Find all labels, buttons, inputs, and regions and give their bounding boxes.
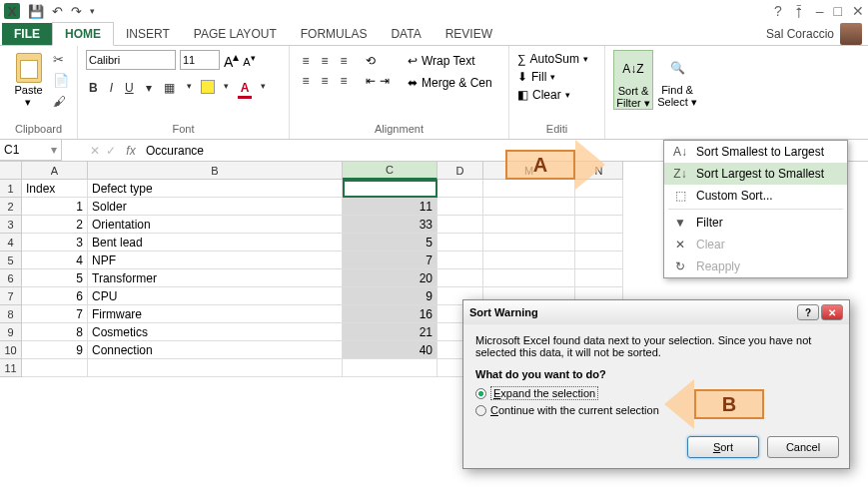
cell[interactable]: Connection <box>88 341 343 359</box>
cell[interactable] <box>483 198 575 216</box>
bold-button[interactable]: B <box>86 80 101 99</box>
cell[interactable] <box>88 359 343 377</box>
tab-review[interactable]: REVIEW <box>434 23 504 45</box>
decrease-indent-icon[interactable]: ⇤ <box>366 74 376 88</box>
orientation-icon[interactable]: ⟲ <box>366 54 390 68</box>
wrap-text-button[interactable]: ↩ Wrap Text <box>408 54 492 68</box>
vertical-align[interactable]: ≡≡≡ <box>298 54 352 68</box>
cell[interactable] <box>483 234 575 252</box>
horizontal-align[interactable]: ≡≡≡ <box>298 74 352 88</box>
autosum-button[interactable]: ∑AutoSum ▾ <box>517 52 588 66</box>
filter-item[interactable]: ▼Filter <box>664 212 847 234</box>
cell[interactable]: CPU <box>88 287 343 305</box>
copy-icon[interactable]: 📄 <box>53 73 69 88</box>
cell[interactable] <box>437 198 483 216</box>
cancel-button[interactable]: Cancel <box>767 436 839 458</box>
cell[interactable]: 2 <box>22 216 88 234</box>
close-icon[interactable]: ✕ <box>852 3 864 19</box>
row-header[interactable]: 3 <box>0 216 22 234</box>
tab-page-layout[interactable]: PAGE LAYOUT <box>182 23 289 45</box>
radio-expand-selection[interactable]: Expand the selection <box>475 386 837 400</box>
sort-asc-item[interactable]: A↓Sort Smallest to Largest <box>664 141 847 163</box>
cell[interactable] <box>575 216 623 234</box>
cell[interactable]: 5 <box>343 234 437 252</box>
cell[interactable]: 16 <box>343 305 437 323</box>
paste-button[interactable]: Paste▾ <box>8 50 49 108</box>
sort-button[interactable]: Sort <box>687 436 759 458</box>
cell[interactable]: 9 <box>22 341 88 359</box>
ribbon-display-icon[interactable]: ⭱ <box>792 3 806 19</box>
tab-data[interactable]: DATA <box>379 23 433 45</box>
column-header[interactable]: D <box>437 162 483 180</box>
cell[interactable]: 20 <box>343 269 437 287</box>
cell[interactable]: 9 <box>343 287 437 305</box>
format-painter-icon[interactable]: 🖌 <box>53 94 69 109</box>
qat-dropdown-icon[interactable]: ▾ <box>90 6 95 16</box>
cell[interactable]: 6 <box>22 287 88 305</box>
sort-filter-button[interactable]: A↓Z Sort &Filter ▾ <box>613 50 653 110</box>
cell[interactable]: 8 <box>22 323 88 341</box>
sort-desc-item[interactable]: Z↓Sort Largest to Smallest <box>664 163 847 185</box>
row-header[interactable]: 8 <box>0 305 22 323</box>
cell[interactable] <box>22 359 88 377</box>
underline-button[interactable]: U <box>122 80 137 99</box>
cell[interactable]: 33 <box>343 216 437 234</box>
fill-color-icon[interactable] <box>201 80 215 94</box>
cell[interactable]: Firmware <box>88 305 343 323</box>
tab-formulas[interactable]: FORMULAS <box>289 23 380 45</box>
border-icon[interactable]: ▦ <box>161 80 178 99</box>
find-select-button[interactable]: 🔍 Find &Select ▾ <box>657 50 697 108</box>
undo-icon[interactable]: ↶ <box>52 4 63 19</box>
cell[interactable] <box>483 216 575 234</box>
fill-button[interactable]: ⬇Fill ▾ <box>517 70 555 84</box>
cell[interactable]: Solder <box>88 198 343 216</box>
cell[interactable]: NPF <box>88 252 343 269</box>
user-name[interactable]: Sal Coraccio <box>766 27 834 41</box>
row-header[interactable]: 10 <box>0 341 22 359</box>
cell[interactable]: Index <box>22 180 88 198</box>
row-header[interactable]: 9 <box>0 323 22 341</box>
cell[interactable]: 5 <box>22 269 88 287</box>
cell[interactable] <box>343 359 437 377</box>
cell[interactable]: Bent lead <box>88 234 343 252</box>
user-avatar[interactable] <box>840 23 862 45</box>
merge-center-button[interactable]: ⬌ Merge & Cen <box>408 76 492 90</box>
grow-font-icon[interactable]: A▴ <box>224 50 239 70</box>
dialog-close-icon[interactable]: ✕ <box>821 304 843 320</box>
row-header[interactable]: 4 <box>0 234 22 252</box>
cell[interactable]: Orientation <box>88 216 343 234</box>
row-header[interactable]: 6 <box>0 269 22 287</box>
row-header[interactable]: 1 <box>0 180 22 198</box>
italic-button[interactable]: I <box>107 80 116 99</box>
cell[interactable] <box>483 269 575 287</box>
cell[interactable]: Occurance <box>343 180 437 198</box>
cut-icon[interactable]: ✂ <box>53 52 69 67</box>
tab-insert[interactable]: INSERT <box>114 23 182 45</box>
row-header[interactable]: 11 <box>0 359 22 377</box>
cell[interactable]: 40 <box>343 341 437 359</box>
cell[interactable] <box>575 269 623 287</box>
shrink-font-icon[interactable]: A▾ <box>243 52 255 68</box>
row-header[interactable]: 7 <box>0 287 22 305</box>
cell[interactable]: 3 <box>22 234 88 252</box>
cell[interactable]: 4 <box>22 252 88 269</box>
column-header[interactable]: C <box>343 162 437 180</box>
font-size-select[interactable] <box>180 50 220 70</box>
column-header[interactable]: A <box>22 162 88 180</box>
cell[interactable]: 7 <box>343 252 437 269</box>
cell[interactable] <box>437 234 483 252</box>
cell[interactable]: 11 <box>343 198 437 216</box>
cell[interactable] <box>437 216 483 234</box>
cell[interactable] <box>437 180 483 198</box>
cell[interactable] <box>575 252 623 269</box>
cell[interactable]: 1 <box>22 198 88 216</box>
cell[interactable]: Defect type <box>88 180 343 198</box>
name-box[interactable]: C1▾ <box>0 140 62 161</box>
clear-button[interactable]: ◧Clear ▾ <box>517 88 570 102</box>
cell[interactable]: 21 <box>343 323 437 341</box>
save-icon[interactable]: 💾 <box>28 4 44 19</box>
cell[interactable]: Cosmetics <box>88 323 343 341</box>
dialog-help-icon[interactable]: ? <box>797 304 819 320</box>
fx-icon[interactable]: fx <box>122 144 140 158</box>
font-color-icon[interactable]: A <box>238 80 253 99</box>
